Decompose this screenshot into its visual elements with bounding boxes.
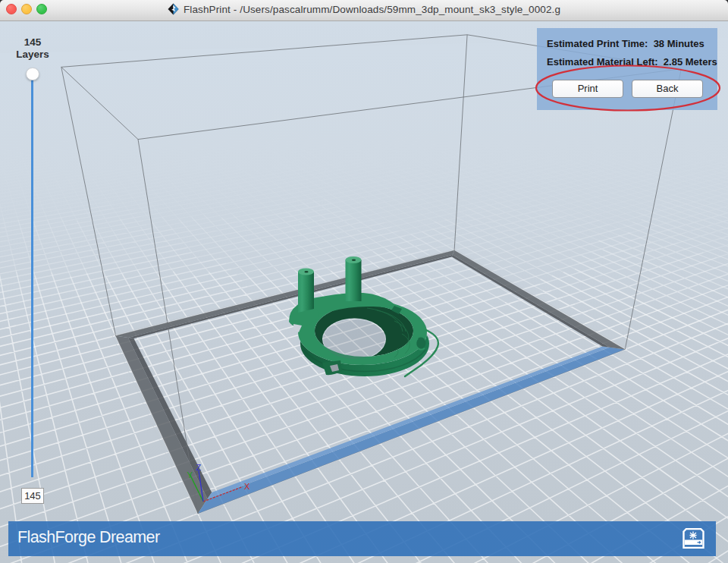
svg-text:Y: Y [187, 470, 193, 480]
svg-text:Z: Z [196, 463, 202, 472]
svg-text:X: X [244, 482, 250, 491]
